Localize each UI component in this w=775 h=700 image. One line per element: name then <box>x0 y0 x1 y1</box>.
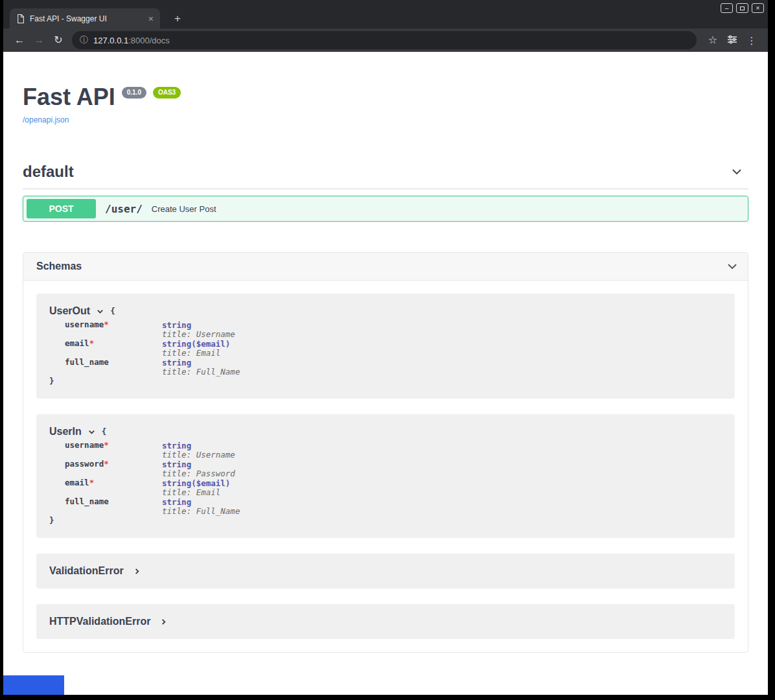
model-httpvalidationerror[interactable]: HTTPValidationError <box>36 604 735 639</box>
post-method-badge: POST <box>27 199 96 218</box>
property-name: username <box>65 320 104 329</box>
minimize-button[interactable]: – <box>721 3 733 13</box>
url-text: 127.0.0.1:8000/docs <box>93 36 170 45</box>
open-brace: { <box>102 427 107 436</box>
model-name: UserIn <box>49 426 82 438</box>
oas3-badge: OAS3 <box>153 87 181 99</box>
reload-button[interactable]: ↻ <box>49 35 68 45</box>
schemas-list: UserOut { username* string ti <box>23 281 748 652</box>
browser-window: – × Fast API - Swagger UI × + ← → ↻ ⓘ 12… <box>3 0 768 695</box>
schema-property: full_name string title: Full_Name <box>65 497 722 516</box>
model-properties: username* string title: Username passwor… <box>65 441 722 516</box>
chevron-right-icon[interactable] <box>133 567 141 576</box>
schema-property: full_name string title: Full_Name <box>65 358 722 377</box>
model-name: HTTPValidationError <box>49 616 150 627</box>
bookmark-star-icon[interactable]: ☆ <box>703 35 723 45</box>
model-name: UserOut <box>49 305 90 317</box>
close-brace: } <box>49 516 722 525</box>
maximize-icon <box>740 6 745 10</box>
close-icon: × <box>756 5 760 12</box>
back-button[interactable]: ← <box>10 35 29 45</box>
model-name: ValidationError <box>49 565 124 577</box>
schema-property: username* string title: Username <box>65 441 722 460</box>
address-bar[interactable]: ⓘ 127.0.0.1:8000/docs <box>72 31 697 49</box>
chevron-down-icon[interactable] <box>87 428 96 436</box>
schemas-title: Schemas <box>36 261 82 272</box>
tune-icon[interactable] <box>723 34 742 47</box>
operation-post-user[interactable]: POST /user/ Create User Post <box>23 196 748 222</box>
forward-button[interactable]: → <box>29 35 49 45</box>
property-title: title: Full_Name <box>162 368 240 377</box>
property-name: username <box>65 440 104 450</box>
model-userin-toggle[interactable]: UserIn { <box>49 426 722 438</box>
property-format: ($email) <box>191 478 230 488</box>
schema-property: email* string($email) title: Email <box>65 339 722 358</box>
url-host: 127.0.0.1 <box>93 36 128 45</box>
schemas-header[interactable]: Schemas <box>23 253 748 281</box>
version-badge: 0.1.0 <box>122 87 146 99</box>
window-controls: – × <box>721 3 764 13</box>
chevron-right-icon[interactable] <box>159 618 168 626</box>
section-default-header[interactable]: default <box>23 163 748 189</box>
openapi-spec-link[interactable]: /openapi.json <box>23 115 69 124</box>
property-type: string <box>162 460 191 469</box>
model-properties: username* string title: Username email* … <box>65 320 722 377</box>
close-brace: } <box>49 377 722 386</box>
chevron-down-icon[interactable] <box>726 260 739 273</box>
property-title: title: Username <box>162 330 235 339</box>
property-name: password <box>65 459 104 469</box>
url-path: :8000/docs <box>128 36 170 45</box>
document-favicon-icon <box>16 14 25 23</box>
operation-summary: Create User Post <box>152 204 216 214</box>
model-userout-toggle[interactable]: UserOut { <box>49 305 722 317</box>
api-title-text: Fast API <box>23 86 115 109</box>
schemas-section: Schemas UserOut { <box>23 252 748 653</box>
property-type: string <box>162 320 191 330</box>
property-type: string <box>162 358 191 368</box>
property-type: string <box>162 441 191 450</box>
property-title: title: Username <box>162 450 235 460</box>
tab-close-icon[interactable]: × <box>148 14 154 24</box>
titlebar: – × Fast API - Swagger UI × + <box>3 0 768 29</box>
model-userout: UserOut { username* string ti <box>36 294 735 399</box>
required-star: * <box>104 440 109 450</box>
api-title: Fast API 0.1.0 OAS3 <box>23 86 748 109</box>
open-brace: { <box>110 307 115 316</box>
minimize-icon: – <box>725 5 729 12</box>
property-title: title: Email <box>162 349 230 358</box>
property-type: string <box>162 339 191 349</box>
operation-path: /user/ <box>105 203 143 215</box>
browser-toolbar: ← → ↻ ⓘ 127.0.0.1:8000/docs ☆ ⋮ <box>3 29 768 52</box>
swagger-ui: Fast API 0.1.0 OAS3 /openapi.json defaul… <box>3 52 768 653</box>
property-title: title: Password <box>162 469 235 478</box>
property-name: full_name <box>65 496 109 506</box>
required-star: * <box>104 320 109 329</box>
chevron-down-icon[interactable] <box>96 307 104 316</box>
api-info: Fast API 0.1.0 OAS3 /openapi.json <box>23 52 748 125</box>
section-default-title: default <box>23 163 74 181</box>
required-star: * <box>104 459 109 469</box>
schema-property: password* string title: Password <box>65 460 722 478</box>
required-star: * <box>89 478 95 487</box>
page-content: Fast API 0.1.0 OAS3 /openapi.json defaul… <box>3 52 768 695</box>
browser-tab[interactable]: Fast API - Swagger UI × <box>10 8 160 29</box>
new-tab-button[interactable]: + <box>170 12 185 25</box>
maximize-button[interactable] <box>736 3 748 13</box>
browser-menu-icon[interactable]: ⋮ <box>742 36 761 45</box>
property-name: email <box>65 478 89 487</box>
status-bubble <box>3 675 64 695</box>
model-validationerror[interactable]: ValidationError <box>36 554 735 589</box>
property-type: string <box>162 497 191 507</box>
schema-property: email* string($email) title: Email <box>65 478 722 497</box>
property-type: string <box>162 478 191 488</box>
required-star: * <box>89 338 95 348</box>
schema-property: username* string title: Username <box>65 320 722 339</box>
close-window-button[interactable]: × <box>752 3 764 13</box>
site-info-icon[interactable]: ⓘ <box>80 34 88 46</box>
property-title: title: Full_Name <box>162 507 240 516</box>
property-name: email <box>65 338 89 348</box>
property-format: ($email) <box>191 339 230 349</box>
model-userin: UserIn { username* string tit <box>36 414 735 538</box>
tab-title: Fast API - Swagger UI <box>30 14 143 23</box>
chevron-down-icon[interactable] <box>730 165 743 178</box>
